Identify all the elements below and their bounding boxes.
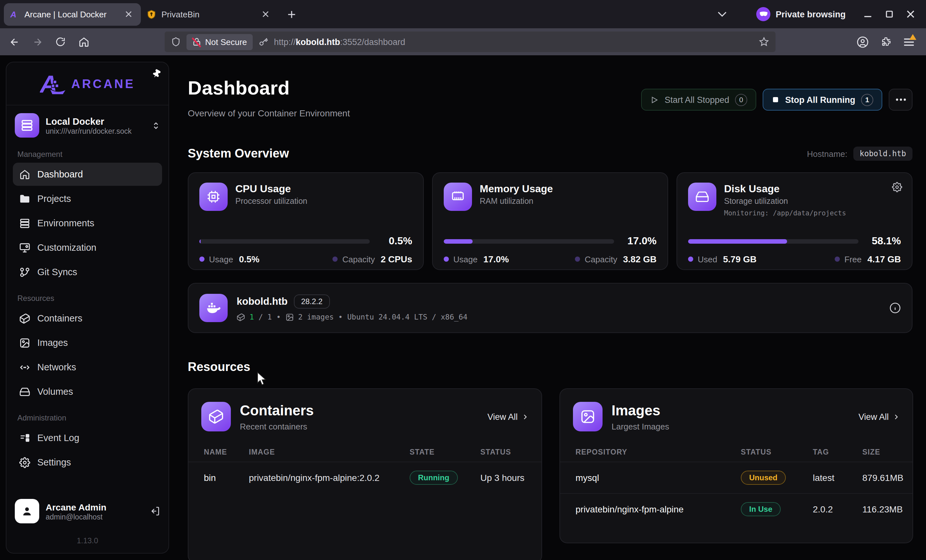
start-all-stopped-button[interactable]: Start All Stopped 0 [642,89,756,110]
pin-sidebar-icon[interactable] [152,69,161,79]
shield-icon[interactable] [171,37,181,47]
images-title: Images [611,402,669,419]
list-all-tabs-chevron-icon[interactable] [718,11,727,17]
more-actions-button[interactable] [889,89,912,110]
mouse-cursor [257,372,267,386]
sidebar-item-label: Git Syncs [37,267,77,277]
menu-hamburger-icon[interactable] [903,37,914,47]
sidebar-footer: Arcane Admin admin@localhost 1.13.0 [6,494,168,553]
cpu-progress-fill [199,239,200,243]
logout-icon[interactable] [150,506,160,516]
back-button[interactable] [5,33,23,51]
sidebar-item-dashboard[interactable]: Dashboard [13,163,162,186]
sidebar-item-git-syncs[interactable]: Git Syncs [13,260,162,283]
play-icon [651,95,659,104]
container-row[interactable]: bin privatebin/nginx-fpm-alpine:2.0.2 Ru… [188,462,542,493]
legend-dot [688,257,693,262]
sidebar-item-event-log[interactable]: Event Log [13,426,162,450]
containers-title: Containers [240,402,314,419]
sidebar-item-environments[interactable]: Environments [13,212,162,235]
tab-arcane[interactable]: A Arcane | Local Docker [4,3,141,26]
sidebar-item-label: Event Log [37,433,79,443]
images-view-all-link[interactable]: View All [858,412,900,421]
sidebar-item-projects[interactable]: Projects [13,187,162,210]
arcane-logo: A ARCANE [40,73,135,96]
window-controls [864,10,914,18]
card-subtitle: RAM utilization [480,197,553,206]
environment-selector[interactable]: Local Docker unix:///var/run/docker.sock [6,106,168,140]
extensions-puzzle-icon[interactable] [881,36,892,48]
sidebar-item-containers[interactable]: Containers [13,307,162,330]
container-status: Up 3 hours [480,472,526,483]
event-log-icon [19,432,30,443]
app-version: 1.13.0 [15,523,160,553]
reload-button[interactable] [51,33,70,51]
key-permission-icon[interactable] [259,37,268,47]
sidebar-item-label: Dashboard [37,169,83,179]
disk-percent: 58.1% [867,235,901,247]
tabbar-right: Private browsing [718,7,922,21]
memory-percent: 17.0% [623,235,657,247]
images-subtitle: Largest Images [611,421,669,431]
sidebar-item-customization[interactable]: Customization [13,236,162,259]
cpu-usage-legend: Usage0.5% [199,254,259,264]
private-browsing-badge: Private browsing [756,7,846,21]
sidebar-item-settings[interactable]: Settings [13,451,162,474]
sidebar-item-networks[interactable]: Networks [13,356,162,379]
arcane-favicon: A [10,9,19,19]
memory-capacity-legend: Capacity3.82 GB [575,254,657,264]
browser-toolbar: Not Secure http://kobold.htb:3552/dashbo… [0,28,926,55]
legend-dot [835,257,840,262]
sidebar-item-volumes[interactable]: Volumes [13,380,162,403]
disk-settings-gear-icon[interactable] [892,182,902,192]
dot-separator: • [338,312,343,321]
sidebar-item-label: Settings [37,457,71,468]
url-bar[interactable]: Not Secure http://kobold.htb:3552/dashbo… [165,32,776,52]
tab-close-icon[interactable] [122,8,135,21]
image-icon [285,313,294,321]
privatebin-favicon [147,9,156,19]
cpu-percent: 0.5% [379,235,412,247]
start-all-label: Start All Stopped [664,95,729,104]
containers-icon [201,402,231,431]
home-icon [19,169,30,180]
disk-progress-fill [688,239,787,243]
info-icon[interactable] [889,302,901,314]
new-tab-button[interactable] [283,6,300,23]
card-subtitle: Storage utilization [724,197,846,206]
window-close-button[interactable] [907,10,914,18]
containers-view-all-link[interactable]: View All [487,412,529,421]
user-row[interactable]: Arcane Admin admin@localhost [15,499,160,523]
chevron-right-icon [893,413,900,420]
disk-icon [688,183,716,211]
legend-dot [199,257,204,262]
image-row[interactable]: privatebin/nginx-fpm-alpine In Use 2.0.2… [560,493,912,525]
stat-cards: CPU Usage Processor utilization 0.5% Usa… [188,172,912,270]
tab-privatebin[interactable]: PrivateBin [141,3,278,26]
container-icon [19,313,30,324]
ellipsis-icon [896,98,906,101]
sidebar-item-label: Networks [37,362,76,372]
home-button[interactable] [74,33,92,51]
sidebar-item-images[interactable]: Images [13,331,162,354]
url-text[interactable]: http://kobold.htb:3552/dashboard [274,37,405,47]
section-label-resources: Resources [6,284,168,306]
state-badge: Running [410,471,457,485]
forward-button[interactable] [28,33,46,51]
window-maximize-button[interactable] [885,10,893,18]
account-icon[interactable] [856,36,869,48]
header-actions: Start All Stopped 0 Stop All Running 1 [642,89,912,110]
monitor-cog-icon [19,242,30,253]
stop-all-running-button[interactable]: Stop All Running 1 [763,89,882,110]
not-secure-chip[interactable]: Not Secure [186,34,253,50]
containers-table-header: NAME IMAGE STATE STATUS [188,442,542,462]
image-row[interactable]: mysql Unused latest 879.61MB [560,462,912,493]
tab-close-icon[interactable] [259,8,272,21]
docker-host-card: kobold.htb 28.2.2 1 / 1 • 2 images • Ubu… [188,283,912,333]
bookmark-star-icon[interactable] [759,37,769,47]
window-minimize-button[interactable] [864,10,872,18]
disk-monitoring-path: Monitoring: /app/data/projects [724,209,846,216]
memory-progress-fill [444,239,473,243]
private-browsing-mask-icon [756,7,770,21]
image-size: 879.61MB [862,472,903,483]
